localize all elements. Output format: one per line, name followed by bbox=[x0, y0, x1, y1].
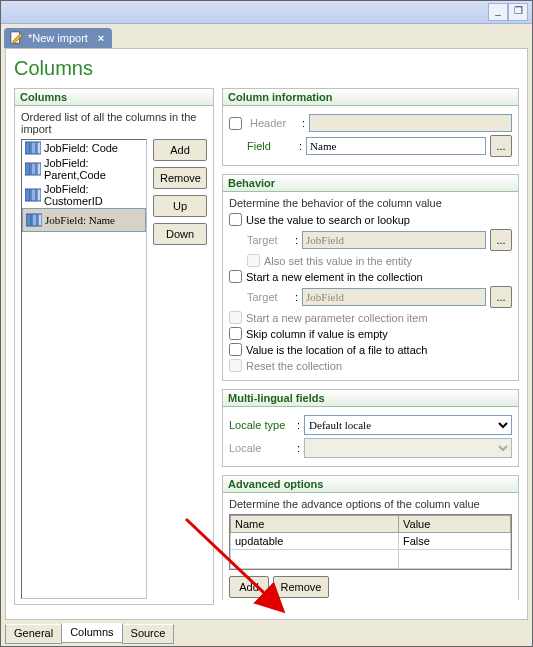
column-info-panel: Column information Header : Field : bbox=[222, 88, 519, 166]
locale-type-select[interactable]: Default locale bbox=[304, 415, 512, 435]
svg-rect-4 bbox=[25, 163, 30, 175]
svg-rect-8 bbox=[31, 189, 36, 201]
multilingual-panel: Multi-lingual fields Locale type : Defau… bbox=[222, 389, 519, 467]
svg-rect-9 bbox=[37, 189, 41, 201]
field-label: Field bbox=[247, 140, 295, 152]
start-elem-target-browse-button[interactable]: ... bbox=[490, 286, 512, 308]
list-item-label: JobField: Name bbox=[45, 214, 115, 226]
advanced-add-button[interactable]: Add bbox=[229, 576, 269, 598]
svg-rect-3 bbox=[37, 142, 41, 154]
column-icon bbox=[25, 162, 41, 176]
search-target-input bbox=[302, 231, 486, 249]
remove-button[interactable]: Remove bbox=[153, 167, 207, 189]
svg-rect-10 bbox=[26, 214, 31, 226]
start-elem-checkbox[interactable] bbox=[229, 270, 242, 283]
field-browse-button[interactable]: ... bbox=[490, 135, 512, 157]
search-checkbox[interactable] bbox=[229, 213, 242, 226]
svg-rect-5 bbox=[31, 163, 36, 175]
start-elem-target-label: Target bbox=[247, 291, 291, 303]
svg-rect-2 bbox=[31, 142, 36, 154]
list-item-label: JobField: Code bbox=[44, 142, 118, 154]
list-item-label: JobField: Parent,Code bbox=[44, 157, 143, 181]
search-target-browse-button[interactable]: ... bbox=[490, 229, 512, 251]
advanced-title: Advanced options bbox=[223, 476, 518, 493]
locale-select bbox=[304, 438, 512, 458]
advanced-th-name: Name bbox=[231, 516, 399, 533]
columns-panel-desc: Ordered list of all the columns in the i… bbox=[21, 111, 207, 135]
svg-rect-11 bbox=[32, 214, 37, 226]
skip-empty-checkbox[interactable] bbox=[229, 327, 242, 340]
colon: : bbox=[295, 291, 298, 303]
header-checkbox[interactable] bbox=[229, 117, 242, 130]
window-minimize-button[interactable]: _ bbox=[488, 3, 508, 21]
window-maximize-button[interactable]: ❐ bbox=[508, 3, 528, 21]
behavior-title: Behavior bbox=[223, 175, 518, 192]
list-item[interactable]: JobField: CustomerID bbox=[22, 182, 146, 208]
advanced-th-value: Value bbox=[399, 516, 511, 533]
colon: : bbox=[299, 140, 302, 152]
search-target-label: Target bbox=[247, 234, 291, 246]
colon: : bbox=[295, 234, 298, 246]
column-icon bbox=[25, 141, 41, 155]
edit-icon bbox=[10, 31, 24, 45]
search-label: Use the value to search or lookup bbox=[246, 214, 410, 226]
svg-rect-7 bbox=[25, 189, 30, 201]
svg-rect-6 bbox=[37, 163, 41, 175]
advanced-remove-button[interactable]: Remove bbox=[273, 576, 329, 598]
down-button[interactable]: Down bbox=[153, 223, 207, 245]
advanced-panel: Advanced options Determine the advance o… bbox=[222, 475, 519, 600]
svg-rect-12 bbox=[38, 214, 42, 226]
header-input bbox=[309, 114, 512, 132]
colon: : bbox=[297, 419, 300, 431]
behavior-panel: Behavior Determine the behavior of the c… bbox=[222, 174, 519, 381]
columns-panel: Columns Ordered list of all the columns … bbox=[14, 88, 214, 605]
advanced-table[interactable]: Name Value updatableFalse bbox=[230, 515, 511, 569]
reset-checkbox bbox=[229, 359, 242, 372]
tab-columns[interactable]: Columns bbox=[61, 623, 122, 643]
app-window: _ ❐ *New import × Columns Columns Ordere… bbox=[0, 0, 533, 647]
table-row[interactable]: updatableFalse bbox=[231, 533, 511, 550]
column-info-title: Column information bbox=[223, 89, 518, 106]
tab-general[interactable]: General bbox=[5, 624, 62, 644]
cell-value: False bbox=[399, 533, 511, 550]
window-titlebar: _ ❐ bbox=[1, 1, 532, 24]
page-title: Columns bbox=[14, 57, 519, 80]
list-item-label: JobField: CustomerID bbox=[44, 183, 143, 207]
colon: : bbox=[302, 117, 305, 129]
close-icon[interactable]: × bbox=[94, 31, 108, 45]
field-input[interactable] bbox=[306, 137, 486, 155]
page-body: Columns Columns Ordered list of all the … bbox=[5, 48, 528, 620]
start-elem-target-input bbox=[302, 288, 486, 306]
file-loc-label: Value is the location of a file to attac… bbox=[246, 344, 427, 356]
skip-empty-label: Skip column if value is empty bbox=[246, 328, 388, 340]
columns-panel-title: Columns bbox=[15, 89, 213, 106]
document-tabstrip: *New import × bbox=[1, 24, 532, 48]
file-loc-checkbox[interactable] bbox=[229, 343, 242, 356]
cell-name: updatable bbox=[231, 533, 399, 550]
bottom-tabstrip: General Columns Source bbox=[5, 624, 173, 644]
column-icon bbox=[25, 188, 41, 202]
behavior-desc: Determine the behavior of the column val… bbox=[229, 197, 512, 209]
locale-label: Locale bbox=[229, 442, 293, 454]
start-elem-label: Start a new element in the collection bbox=[246, 271, 423, 283]
also-set-label: Also set this value in the entity bbox=[264, 255, 412, 267]
reset-label: Reset the collection bbox=[246, 360, 342, 372]
tab-source[interactable]: Source bbox=[122, 624, 175, 644]
column-icon bbox=[26, 213, 42, 227]
advanced-desc: Determine the advance options of the col… bbox=[229, 498, 512, 510]
multilingual-title: Multi-lingual fields bbox=[223, 390, 518, 407]
add-button[interactable]: Add bbox=[153, 139, 207, 161]
colon: : bbox=[297, 442, 300, 454]
document-tab-label: *New import bbox=[28, 32, 88, 44]
document-tab-new-import[interactable]: *New import × bbox=[4, 28, 112, 48]
up-button[interactable]: Up bbox=[153, 195, 207, 217]
header-label: Header bbox=[250, 117, 298, 129]
also-set-checkbox bbox=[247, 254, 260, 267]
list-item[interactable]: JobField: Code bbox=[22, 140, 146, 156]
columns-list[interactable]: JobField: CodeJobField: Parent,CodeJobFi… bbox=[21, 139, 147, 599]
start-param-checkbox bbox=[229, 311, 242, 324]
list-item[interactable]: JobField: Name bbox=[22, 208, 146, 232]
locale-type-label: Locale type bbox=[229, 419, 293, 431]
table-row[interactable] bbox=[231, 550, 511, 569]
list-item[interactable]: JobField: Parent,Code bbox=[22, 156, 146, 182]
